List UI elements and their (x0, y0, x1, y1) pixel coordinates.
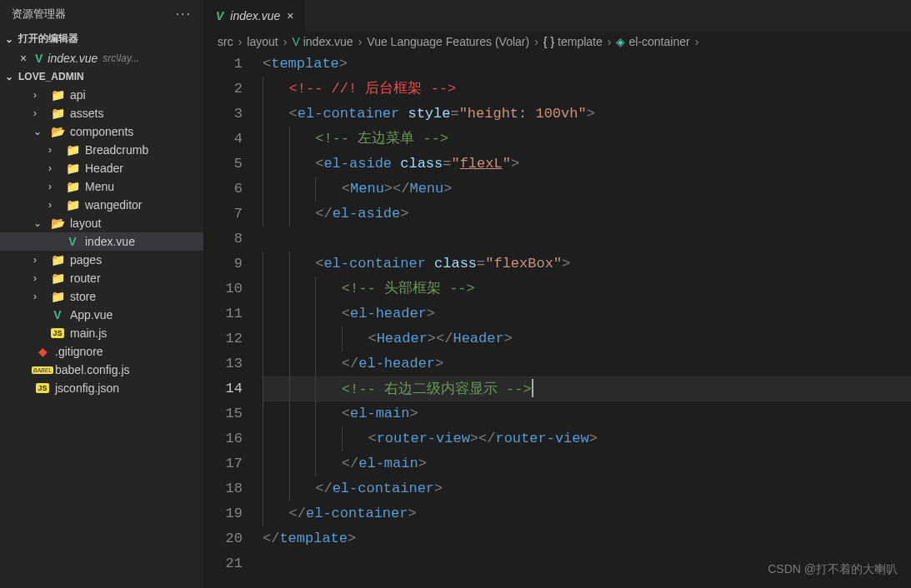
tab-index-vue[interactable]: V index.vue × (204, 0, 306, 32)
vue-icon: V (216, 9, 223, 22)
token: > (400, 206, 408, 222)
token: el-aside (323, 156, 392, 172)
code-line[interactable]: <el-main> (263, 401, 911, 426)
tree-item-index-vue[interactable]: Vindex.vue (0, 232, 203, 251)
breadcrumb[interactable]: src › layout › V index.vue › Vue Languag… (204, 32, 911, 52)
cube-icon: ◈ (616, 35, 625, 48)
code-line[interactable]: </el-container> (263, 501, 911, 526)
code-line[interactable]: </template> (263, 526, 911, 551)
code-line[interactable]: </el-aside> (263, 202, 911, 227)
code-line[interactable]: </el-main> (263, 451, 911, 476)
code-line[interactable]: </el-header> (263, 351, 911, 376)
folder-icon: 📁 (50, 290, 65, 303)
tree-label: layout (70, 217, 101, 230)
cursor (532, 379, 533, 397)
tree-item-babel-config-js[interactable]: BABELbabel.config.js (0, 361, 203, 379)
tree-item-assets[interactable]: ›📁assets (0, 104, 203, 122)
tree-item-components[interactable]: ⌄📂components (0, 122, 203, 141)
line-gutter: 123456789101112131415161718192021 (204, 52, 263, 588)
tree-item-menu[interactable]: ›📁Menu (0, 177, 203, 196)
token: > (511, 156, 519, 172)
token: ></ (428, 331, 453, 346)
code-line[interactable]: <!-- 头部框架 --> (263, 277, 911, 301)
code-line[interactable]: <el-container style="height: 100vh"> (263, 102, 911, 127)
close-icon[interactable]: × (17, 52, 30, 65)
token: = (477, 256, 485, 272)
tree-item-pages[interactable]: ›📁pages (0, 251, 203, 269)
token: < (342, 306, 350, 321)
chevron-icon: › (33, 107, 45, 119)
chevron-icon: › (48, 181, 60, 192)
project-header[interactable]: ⌄ LOVE_ADMIN (0, 67, 203, 86)
code-line[interactable]: <Header></Header> (263, 326, 911, 351)
line-number: 14 (204, 376, 243, 401)
code-line[interactable]: <!-- 右边二级内容显示 --> (263, 376, 911, 401)
code-line[interactable]: <router-view></router-view> (263, 426, 911, 451)
tree-item--gitignore[interactable]: ◆.gitignore (0, 342, 203, 361)
chevron-down-icon: ⌄ (5, 71, 18, 82)
more-icon[interactable]: ··· (176, 7, 192, 22)
indent-guide (263, 351, 263, 376)
token: > (348, 531, 356, 546)
indent-guide (289, 127, 290, 152)
breadcrumb-item[interactable]: template (558, 35, 603, 48)
indent-guide (315, 451, 316, 476)
code-line[interactable]: <el-container class="flexBox"> (263, 252, 911, 277)
tree-item-breadcrumb[interactable]: ›📁Breadcrumb (0, 141, 203, 159)
token: > (418, 456, 427, 471)
tree-item-app-vue[interactable]: VApp.vue (0, 306, 203, 324)
tree-item-api[interactable]: ›📁api (0, 86, 203, 104)
open-editors-header[interactable]: ⌄ 打开的编辑器 (0, 28, 203, 49)
line-number: 12 (204, 326, 243, 351)
breadcrumb-item[interactable]: Vue Language Features (Volar) (367, 35, 529, 48)
indent-guide (263, 401, 263, 426)
tree-item-jsconfig-json[interactable]: JSjsconfig.json (0, 379, 203, 397)
code-line[interactable]: <Menu></Menu> (263, 177, 911, 202)
indent-guide (315, 377, 316, 402)
tree-item-wangeditor[interactable]: ›📁wangeditor (0, 196, 203, 214)
token: > (504, 331, 513, 346)
tree-item-layout[interactable]: ⌄📂layout (0, 214, 203, 232)
code-line[interactable]: <el-header> (263, 301, 911, 326)
line-number: 17 (204, 451, 243, 476)
code-line[interactable]: <!-- 左边菜单 --> (263, 127, 911, 152)
token: < (289, 106, 298, 122)
code-line[interactable]: <!-- //! 后台框架 --> (263, 77, 911, 102)
chevron-right-icon: › (534, 35, 538, 48)
braces-icon: { } (543, 35, 554, 48)
code-line[interactable]: <template> (263, 52, 911, 77)
token: " (451, 156, 459, 172)
indent-guide (263, 202, 263, 227)
tree-item-router[interactable]: ›📁router (0, 269, 203, 287)
open-editor-item[interactable]: × V index.vue src\lay... (0, 49, 203, 67)
indent-guide (263, 77, 263, 102)
token: el-container (298, 106, 399, 122)
token: </ (342, 456, 358, 471)
token: > (409, 406, 418, 421)
vue-icon: V (50, 308, 65, 321)
token: ></ (470, 431, 496, 446)
code-line[interactable]: <el-aside class="flexL"> (263, 152, 911, 177)
breadcrumb-item[interactable]: layout (247, 35, 278, 48)
token (426, 256, 434, 272)
breadcrumb-item[interactable]: index.vue (303, 35, 353, 48)
tree-label: store (70, 290, 96, 303)
folder-icon: 📁 (50, 272, 65, 285)
js-icon: JS (50, 328, 65, 338)
breadcrumb-item[interactable]: src (218, 35, 233, 48)
code-editor[interactable]: 123456789101112131415161718192021 <templ… (204, 52, 911, 588)
line-number: 15 (204, 401, 243, 426)
token: class (434, 256, 477, 272)
tree-item-main-js[interactable]: JSmain.js (0, 324, 203, 342)
code-content[interactable]: <template> <!-- //! 后台框架 --> <el-contain… (263, 52, 911, 588)
close-icon[interactable]: × (287, 9, 293, 22)
breadcrumb-item[interactable]: el-container (628, 35, 689, 48)
token: < (368, 331, 376, 346)
folder-icon: 📁 (65, 180, 80, 193)
code-line[interactable] (263, 227, 911, 252)
open-editor-name: index.vue (48, 52, 98, 65)
tree-item-header[interactable]: ›📁Header (0, 159, 203, 177)
code-line[interactable]: </el-container> (263, 476, 911, 501)
tree-item-store[interactable]: ›📁store (0, 287, 203, 306)
token: > (434, 481, 443, 496)
